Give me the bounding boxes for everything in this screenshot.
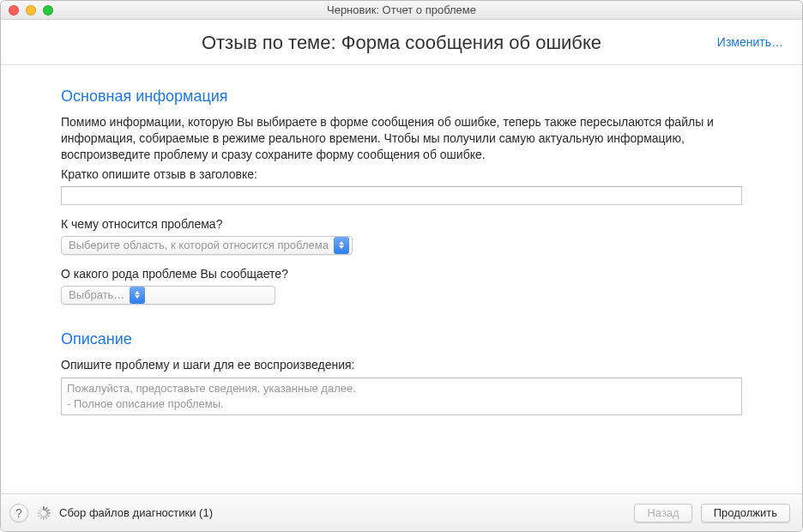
problem-type-label: О какого рода проблеме Вы сообщаете? bbox=[61, 267, 742, 281]
back-button[interactable]: Назад bbox=[634, 504, 691, 523]
description-placeholder-line1: Пожалуйста, предоставьте сведения, указа… bbox=[67, 381, 736, 396]
footer-bar: ? Сбор файлов диагностики (1) Назад Прод… bbox=[1, 493, 802, 531]
problem-area-select[interactable]: Выберите область, к которой относится пр… bbox=[61, 236, 353, 255]
basic-info-section: Основная информация Помимо информации, к… bbox=[61, 88, 742, 305]
titlebar: Черновик: Отчет о проблеме bbox=[1, 1, 802, 20]
continue-button[interactable]: Продолжить bbox=[701, 504, 790, 523]
dropdown-stepper-icon bbox=[130, 287, 145, 304]
description-section: Описание Опишите проблему и шаги для ее … bbox=[61, 330, 742, 416]
description-heading: Описание bbox=[61, 330, 742, 348]
content-area: Основная информация Помимо информации, к… bbox=[1, 65, 802, 493]
description-steps-label: Опишите проблему и шаги для ее воспроизв… bbox=[61, 357, 742, 373]
help-icon: ? bbox=[15, 506, 22, 520]
problem-type-select[interactable]: Выбрать… bbox=[61, 286, 275, 305]
problem-area-label: К чему относится проблема? bbox=[61, 217, 742, 231]
basic-info-heading: Основная информация bbox=[61, 88, 742, 106]
diagnostics-status-label: Сбор файлов диагностики (1) bbox=[59, 506, 213, 519]
window: Черновик: Отчет о проблеме Отзыв по теме… bbox=[0, 0, 803, 532]
help-button[interactable]: ? bbox=[9, 504, 28, 523]
change-topic-link[interactable]: Изменить… bbox=[717, 35, 783, 49]
window-title: Черновик: Отчет о проблеме bbox=[1, 3, 802, 16]
dropdown-stepper-icon bbox=[334, 237, 349, 254]
description-steps-textarea[interactable]: Пожалуйста, предоставьте сведения, указа… bbox=[61, 378, 742, 415]
page-title: Отзыв по теме: Форма сообщения об ошибке bbox=[202, 32, 601, 54]
header-bar: Отзыв по теме: Форма сообщения об ошибке… bbox=[1, 20, 802, 65]
description-placeholder-line2: - Полное описание проблемы. bbox=[67, 396, 736, 412]
spinner-icon bbox=[37, 506, 51, 520]
problem-type-select-placeholder: Выбрать… bbox=[69, 288, 124, 301]
basic-info-intro: Помимо информации, которую Вы выбираете … bbox=[61, 114, 742, 163]
problem-area-select-placeholder: Выберите область, к которой относится пр… bbox=[69, 239, 329, 251]
feedback-title-input[interactable] bbox=[61, 186, 742, 205]
feedback-title-label: Кратко опишите отзыв в заголовке: bbox=[61, 166, 742, 183]
